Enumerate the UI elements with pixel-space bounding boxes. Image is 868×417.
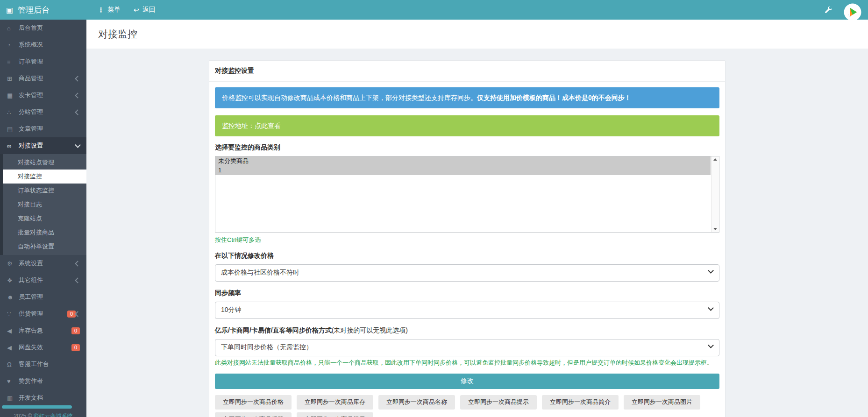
menu-toggle[interactable]: ⋮ 菜单 xyxy=(98,6,121,14)
sidebar-subitem-integration-sites[interactable]: 对接站点管理 xyxy=(3,155,86,170)
listbox-option[interactable]: 1 xyxy=(215,166,711,175)
info-alert-bold: 仅支持使用加价模板的商品！成本价是0的不会同步！ xyxy=(477,94,631,101)
multiselect-hint: 按住Ctrl键可多选 xyxy=(215,236,719,244)
card-body: 价格监控可以实现自动修改商品成本价格和商品上下架，部分对接类型还支持库存同步。仅… xyxy=(209,82,725,417)
monitor-address-alert: 监控地址：点此查看 xyxy=(215,115,719,136)
sync-frequency-label: 同步频率 xyxy=(215,289,719,297)
sync-button[interactable]: 立即同步一次商品图片 xyxy=(624,395,700,410)
page-title: 对接监控 xyxy=(98,28,137,41)
staff-icon: ☻ xyxy=(7,294,19,301)
sidebar-item-dev-docs[interactable]: ▥开发文档 xyxy=(0,389,86,406)
play-logo-icon xyxy=(844,3,861,21)
scroll-up-icon[interactable] xyxy=(713,158,717,161)
listbox-option[interactable]: 未分类商品 xyxy=(215,156,711,166)
sidebar-item-supply[interactable]: ∵供货管理0 xyxy=(0,305,86,322)
home-icon: ⌂ xyxy=(7,25,19,32)
monitor-address-prefix: 监控地址： xyxy=(222,122,255,129)
sidebar-item-label: 开发文档 xyxy=(19,394,80,402)
monitor-address-link[interactable]: 点此查看 xyxy=(255,122,281,129)
sidebar-item-label: 赞赏作者 xyxy=(19,377,80,385)
sync-button-row: 立即同步一次商品标题立即同步一次商品提示 xyxy=(215,412,719,417)
sync-button[interactable]: 立即同步一次商品库存 xyxy=(297,395,373,410)
count-badge: 0 xyxy=(71,344,80,351)
sidebar-item-donate[interactable]: ♥赞赏作者 xyxy=(0,373,86,389)
sync-frequency-select[interactable]: 10分钟 xyxy=(215,302,719,319)
sidebar-item-label: 其它组件 xyxy=(19,276,76,284)
footer-year: 2025 © xyxy=(14,413,32,417)
sidebar-item-integration-settings[interactable]: ∞对接设置 xyxy=(0,137,86,154)
category-listbox[interactable]: 未分类商品1 xyxy=(215,156,719,233)
chevron-left-icon xyxy=(75,76,81,82)
price-condition-label: 在以下情况修改价格 xyxy=(215,252,719,260)
sidebar-subitem-batch-integration[interactable]: 批量对接商品 xyxy=(3,226,86,240)
back-label: 返回 xyxy=(142,6,156,14)
sync-button[interactable]: 立即同步一次商品提示 xyxy=(460,395,537,410)
sidebar-item-netdisk-invalid[interactable]: ◀网盘失效0 xyxy=(0,339,86,356)
sync-price-mode-select[interactable]: 下单同时同步价格（无需监控） xyxy=(215,339,719,356)
sync-button-row: 立即同步一次商品价格立即同步一次商品库存立即同步一次商品名称立即同步一次商品提示… xyxy=(215,395,719,410)
sidebar-item-other-components[interactable]: ❖其它组件 xyxy=(0,272,86,289)
sidebar-item-staff[interactable]: ☻员工管理 xyxy=(0,289,86,305)
info-alert: 价格监控可以实现自动修改商品成本价格和商品上下架，部分对接类型还支持库存同步。仅… xyxy=(215,87,719,108)
sidebar-item-label: 商品管理 xyxy=(19,74,76,83)
sidebar-item-label: 系统设置 xyxy=(19,259,76,268)
chevron-left-icon xyxy=(75,311,81,317)
sidebar-subitem-integration-logs[interactable]: 对接日志 xyxy=(3,198,86,212)
sync-button[interactable]: 立即同步一次商品标题 xyxy=(215,412,292,417)
sidebar-footer: 2025 © 彩虹云商城系统 xyxy=(0,412,86,417)
main-area: 对接监控 对接监控设置 价格监控可以实现自动修改商品成本价格和商品上下架，部分对… xyxy=(86,20,868,417)
supply-icon: ∵ xyxy=(7,311,19,318)
sidebar-item-label: 供货管理 xyxy=(19,310,64,318)
brand-cube-icon: ▣ xyxy=(6,6,13,14)
sidebar-item-support-workbench[interactable]: Ω客服工作台 xyxy=(0,356,86,373)
stock-alert-icon: ◀ xyxy=(7,327,19,334)
select-value: 成本价格与社区价格不符时 xyxy=(221,269,299,277)
info-alert-text: 价格监控可以实现自动修改商品成本价格和商品上下架，部分对接类型还支持库存同步。 xyxy=(222,94,477,101)
wrench-icon[interactable] xyxy=(824,6,832,14)
sidebar-item-card-issuing[interactable]: ▦发卡管理 xyxy=(0,87,86,104)
scroll-down-icon[interactable] xyxy=(713,228,717,230)
sidebar-item-products[interactable]: ⊞商品管理 xyxy=(0,70,86,87)
sidebar: ⌂后台首页◔系统概况≡订单管理⊞商品管理▦发卡管理∴分站管理▤文章管理∞对接设置… xyxy=(0,20,86,417)
sync-buttons-section: 立即同步一次商品价格立即同步一次商品库存立即同步一次商品名称立即同步一次商品提示… xyxy=(215,395,719,417)
price-update-condition-select[interactable]: 成本价格与社区价格不符时 xyxy=(215,264,719,282)
modify-button[interactable]: 修改 xyxy=(215,374,719,389)
sidebar-item-system-settings[interactable]: ⚙系统设置 xyxy=(0,255,86,272)
sidebar-scrollbar[interactable] xyxy=(2,405,72,409)
chevron-down-icon xyxy=(75,142,81,148)
menu-icon: ⋮ xyxy=(98,6,104,14)
sidebar-item-home[interactable]: ⌂后台首页 xyxy=(0,20,86,36)
cards-icon: ▦ xyxy=(7,92,19,99)
sync-button[interactable]: 立即同步一次商品提示 xyxy=(297,412,373,417)
sync-button[interactable]: 立即同步一次商品名称 xyxy=(378,395,455,410)
menu-label: 菜单 xyxy=(107,6,121,14)
sync-button[interactable]: 立即同步一次商品简介 xyxy=(542,395,619,410)
listbox-scrollbar[interactable] xyxy=(711,156,719,232)
sidebar-item-articles[interactable]: ▤文章管理 xyxy=(0,120,86,137)
sidebar-item-overview[interactable]: ◔系统概况 xyxy=(0,36,86,53)
sidebar-item-stock-alert[interactable]: ◀库存告急0 xyxy=(0,322,86,339)
components-icon: ❖ xyxy=(7,277,19,284)
sync-price-mode-note: 此类对接网站无法批量获取商品价格，只能一个一个商品获取，因此改用下单同时同步价格… xyxy=(215,359,719,367)
sidebar-subitem-clone-site[interactable]: 克隆站点 xyxy=(3,212,86,226)
sync-button[interactable]: 立即同步一次商品价格 xyxy=(215,395,292,410)
sidebar-item-label: 分站管理 xyxy=(19,108,76,116)
sidebar-item-orders[interactable]: ≡订单管理 xyxy=(0,53,86,70)
select-value: 下单同时同步价格（无需监控） xyxy=(221,343,313,352)
sidebar-subitem-auto-reorder[interactable]: 自动补单设置 xyxy=(3,240,86,254)
subsites-icon: ∴ xyxy=(7,109,19,116)
avatar[interactable] xyxy=(844,3,861,21)
back-button[interactable]: ↩ 返回 xyxy=(134,6,156,14)
page-header: 对接监控 xyxy=(86,20,868,49)
sidebar-subitem-order-status-monitor[interactable]: 订单状态监控 xyxy=(3,184,86,198)
sidebar-item-label: 文章管理 xyxy=(19,125,80,133)
brand-title: 管理后台 xyxy=(18,5,50,15)
brand-link[interactable]: ▣ 管理后台 xyxy=(0,5,86,15)
sidebar-item-subsites[interactable]: ∴分站管理 xyxy=(0,104,86,120)
sidebar-subitem-integration-monitor[interactable]: 对接监控 xyxy=(3,170,86,184)
chevron-left-icon xyxy=(75,277,81,283)
support-icon: Ω xyxy=(7,361,19,368)
sync-price-mode-label: 亿乐/卡商网/卡易信/直客等同步价格方式(未对接的可以无视此选项) xyxy=(215,326,719,335)
footer-brand-link[interactable]: 彩虹云商城系统 xyxy=(34,413,73,417)
submenu: 对接站点管理对接监控订单状态监控对接日志克隆站点批量对接商品自动补单设置 xyxy=(0,154,86,255)
